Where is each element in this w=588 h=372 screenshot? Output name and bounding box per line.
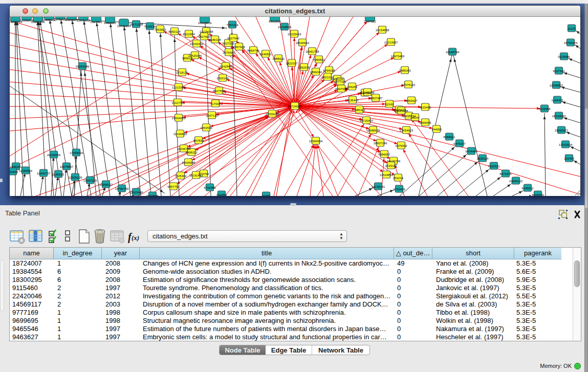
svg-text:7357224: 7357224	[226, 24, 238, 27]
svg-text:18807249: 18807249	[374, 142, 387, 145]
svg-text:252214: 252214	[393, 177, 404, 180]
svg-text:16033809: 16033809	[198, 21, 212, 25]
svg-text:8454749: 8454749	[247, 49, 259, 52]
svg-text:7632621: 7632621	[488, 165, 500, 168]
svg-text:13245548: 13245548	[361, 91, 375, 94]
svg-text:17910504: 17910504	[559, 143, 573, 146]
svg-text:12213967: 12213967	[384, 41, 398, 44]
svg-text:15720407: 15720407	[360, 119, 374, 122]
svg-text:9699695: 9699695	[419, 121, 431, 124]
svg-text:9474444: 9474444	[465, 150, 477, 153]
svg-text:14136141: 14136141	[372, 185, 385, 188]
svg-text:13524851: 13524851	[380, 173, 394, 177]
svg-text:11123: 11123	[568, 27, 576, 30]
svg-text:2136443: 2136443	[346, 99, 359, 102]
svg-text:9527546: 9527546	[227, 37, 239, 40]
svg-text:116753: 116753	[564, 157, 574, 160]
svg-text:1244415: 1244415	[551, 99, 563, 102]
svg-text:19654983: 19654983	[172, 117, 186, 120]
svg-text:9294505: 9294505	[146, 194, 159, 196]
svg-text:6794028: 6794028	[323, 69, 335, 72]
svg-text:10025438: 10025438	[395, 110, 408, 113]
svg-text:12942737: 12942737	[37, 172, 51, 175]
svg-text:989013: 989013	[182, 57, 193, 60]
svg-text:8186328: 8186328	[209, 38, 221, 41]
svg-text:20206556: 20206556	[47, 154, 61, 157]
svg-text:10807487: 10807487	[369, 97, 383, 100]
svg-text:9115460: 9115460	[420, 106, 432, 109]
svg-text:16671358: 16671358	[129, 23, 143, 26]
svg-text:7663822: 7663822	[154, 28, 166, 31]
svg-text:1453594: 1453594	[200, 126, 212, 129]
svg-text:1527602: 1527602	[90, 20, 102, 24]
svg-text:1615112: 1615112	[385, 164, 398, 167]
svg-text:679794: 679794	[199, 172, 209, 176]
svg-text:2187682: 2187682	[364, 20, 376, 23]
svg-text:6497568: 6497568	[335, 87, 347, 91]
svg-text:8215958: 8215958	[538, 107, 551, 111]
svg-text:8427552: 8427552	[213, 90, 225, 93]
svg-text:9527508: 9527508	[222, 42, 234, 45]
svg-text:9227342: 9227342	[553, 70, 565, 73]
svg-text:15300275: 15300275	[266, 113, 279, 116]
svg-text:19384554: 19384554	[309, 140, 323, 143]
svg-text:9216616: 9216616	[532, 193, 544, 196]
svg-text:13226058: 13226058	[200, 30, 213, 33]
svg-text:16210643: 16210643	[552, 115, 566, 118]
svg-text:10688609: 10688609	[366, 129, 380, 132]
svg-text:9857791: 9857791	[167, 185, 180, 188]
svg-text:20053346: 20053346	[76, 65, 90, 68]
svg-text:10046768: 10046768	[177, 147, 191, 150]
svg-text:3498222: 3498222	[185, 151, 198, 154]
svg-text:18724007: 18724007	[288, 105, 302, 108]
svg-text:10958117: 10958117	[99, 183, 113, 186]
svg-text:417006: 417006	[210, 102, 221, 105]
svg-text:16154838: 16154838	[376, 29, 389, 32]
svg-text:8958921: 8958921	[443, 136, 455, 139]
svg-text:8912954: 8912954	[183, 33, 195, 36]
svg-text:6466160: 6466160	[104, 21, 116, 25]
svg-text:2935114: 2935114	[477, 157, 489, 160]
svg-text:12923446: 12923446	[129, 191, 143, 194]
svg-text:10973493: 10973493	[391, 55, 405, 58]
svg-text:1145193: 1145193	[53, 173, 65, 176]
svg-text:9242848: 9242848	[220, 65, 232, 68]
svg-text:391549: 391549	[10, 170, 18, 173]
svg-text:17359934: 17359934	[70, 151, 83, 155]
svg-text:19218506: 19218506	[278, 26, 292, 29]
svg-text:19166825: 19166825	[173, 133, 187, 136]
svg-text:1822037: 1822037	[286, 62, 298, 65]
svg-text:9245612: 9245612	[521, 187, 534, 190]
svg-text:1610755: 1610755	[171, 101, 184, 104]
svg-text:62160: 62160	[385, 103, 394, 106]
svg-text:7625402: 7625402	[175, 174, 187, 178]
svg-text:7955812: 7955812	[313, 58, 325, 61]
svg-text:3267130: 3267130	[206, 114, 218, 117]
svg-text:16120746: 16120746	[387, 160, 401, 163]
svg-text:7485063: 7485063	[399, 69, 411, 72]
svg-text:16961758: 16961758	[306, 50, 319, 53]
svg-text:8813054: 8813054	[269, 20, 281, 23]
svg-text:2603144: 2603144	[216, 77, 229, 80]
svg-text:15409948: 15409948	[182, 161, 195, 164]
svg-text:1588520: 1588520	[272, 57, 285, 60]
svg-text:17975115: 17975115	[402, 83, 416, 86]
svg-text:9463627: 9463627	[405, 99, 418, 102]
svg-text:2367608: 2367608	[233, 46, 245, 49]
svg-text:1975692: 1975692	[395, 144, 407, 147]
svg-text:92450: 92450	[262, 194, 271, 196]
svg-text:5716485: 5716485	[204, 186, 216, 189]
svg-text:932450: 932450	[216, 193, 227, 196]
svg-text:18640910: 18640910	[296, 41, 310, 45]
svg-text:(x): (x)	[132, 234, 139, 242]
svg-text:746266: 746266	[347, 85, 358, 89]
svg-text:13654923: 13654923	[400, 129, 413, 132]
svg-text:12093822: 12093822	[550, 84, 563, 87]
svg-text:2718176: 2718176	[176, 71, 188, 74]
svg-text:1733426: 1733426	[393, 188, 405, 191]
svg-text:15692971: 15692971	[555, 129, 569, 132]
svg-text:9146821: 9146821	[259, 53, 272, 56]
svg-text:3675685: 3675685	[223, 51, 235, 54]
svg-text:98644: 98644	[411, 116, 420, 119]
svg-text:9129966: 9129966	[558, 55, 570, 58]
